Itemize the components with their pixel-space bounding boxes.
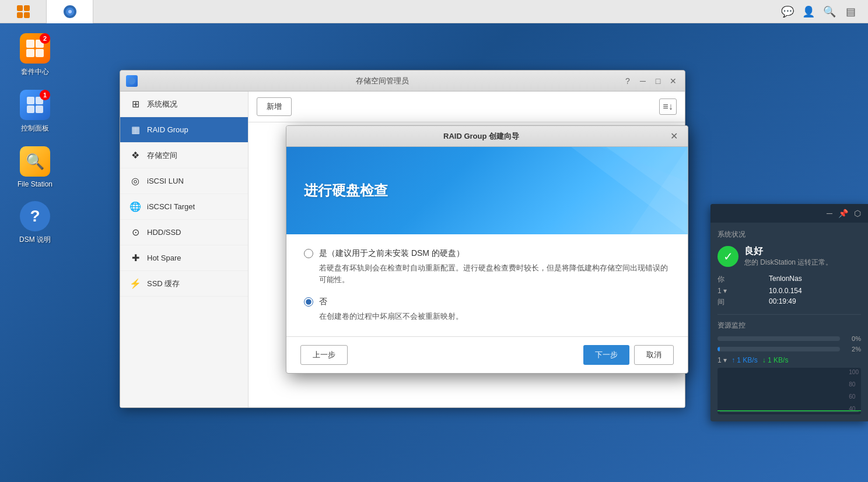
dsm-help-label: DSM 说明 xyxy=(19,235,51,245)
status-sub-text: 您的 DiskStation 运转正常。 xyxy=(744,258,832,268)
desktop-icon-control-panel[interactable]: 1 控制面板 xyxy=(12,89,58,133)
user-icon[interactable]: 👤 xyxy=(800,3,817,20)
taskbar-right-controls: 💬 👤 🔍 ▤ xyxy=(779,3,868,20)
wizard-titlebar: RAID Group 创建向导 ✕ xyxy=(286,126,688,147)
prev-button[interactable]: 上一步 xyxy=(300,345,348,365)
desktop: 💬 👤 🔍 ▤ 2 套件中心 xyxy=(0,0,868,482)
storage-toolbar: 新增 ≡↓ xyxy=(249,92,685,122)
storage-manager-title: 存储空间管理员 xyxy=(142,76,622,86)
sidebar-hdd-label: HDD/SSD xyxy=(147,228,181,237)
radio-no[interactable] xyxy=(304,297,313,307)
sidebar-ssd-cache-label: SSD 缓存 xyxy=(147,279,180,289)
sidebar-item-ssd-cache[interactable]: ⚡ SSD 缓存 xyxy=(120,271,248,297)
status-pin-btn[interactable]: 📌 xyxy=(838,209,848,218)
desktop-icon-file-station[interactable]: 🔍 File Station xyxy=(12,145,58,188)
sidebar-item-overview[interactable]: ⊞ 系统概况 xyxy=(120,92,248,117)
cpu-bar-track xyxy=(718,336,840,341)
message-icon[interactable]: 💬 xyxy=(779,3,796,20)
wizard-banner: 进行硬盘检查 xyxy=(286,147,688,234)
status-good-row: ✓ 良好 您的 DiskStation 运转正常。 xyxy=(718,245,861,268)
storage-sidebar: ⊞ 系统概况 ▦ RAID Group ❖ 存储空间 ◎ iSCSI LUN 🌐 xyxy=(120,92,249,407)
mem-pct: 2% xyxy=(845,346,861,353)
system-status-panel: ─ 📌 ⬡ 系统状况 ✓ 良好 您的 DiskStation 运转正常。 你 T… xyxy=(710,204,868,421)
menu-icon[interactable]: ▤ xyxy=(842,3,859,20)
dsm-help-icon: ? xyxy=(20,201,50,231)
desktop-icon-package-center[interactable]: 2 套件中心 xyxy=(12,32,58,77)
wizard-body: 是（建议用于之前未安装 DSM 的硬盘） 若硬盘有坏轨则会在检查时自动重新配置。… xyxy=(286,234,688,336)
sort-button[interactable]: ≡↓ xyxy=(659,98,677,115)
resource-section-title: 资源监控 xyxy=(718,321,861,330)
radio-yes-label[interactable]: 是（建议用于之前未安装 DSM 的硬盘） xyxy=(319,248,464,259)
new-button[interactable]: 新增 xyxy=(257,97,292,116)
package-center-taskbar-icon xyxy=(16,4,31,19)
info-value-2: 00:19:49 xyxy=(769,297,861,307)
mem-bar-track xyxy=(718,347,840,351)
svg-rect-9 xyxy=(26,49,34,57)
cancel-button[interactable]: 取消 xyxy=(634,345,674,365)
svg-rect-2 xyxy=(17,12,23,18)
sidebar-item-storage-pool[interactable]: ❖ 存储空间 xyxy=(120,143,248,168)
maximize-btn[interactable]: □ xyxy=(652,75,664,87)
search-icon[interactable]: 🔍 xyxy=(821,3,838,20)
taskbar-app-packages[interactable] xyxy=(0,0,47,23)
package-center-badge: 2 xyxy=(40,33,50,44)
status-body: 系统状况 ✓ 良好 您的 DiskStation 运转正常。 你 TenlonN… xyxy=(710,223,868,421)
storage-manager-taskbar-icon xyxy=(62,4,78,19)
package-center-label: 套件中心 xyxy=(21,67,49,77)
close-btn[interactable]: ✕ xyxy=(667,75,679,87)
status-expand-btn[interactable]: ⬡ xyxy=(854,209,861,218)
taskbar-app-storage[interactable] xyxy=(47,0,93,23)
wizard-footer-right: 下一步 取消 xyxy=(583,345,674,365)
file-station-icon: 🔍 xyxy=(20,146,50,177)
storage-manager-app-icon xyxy=(126,75,138,87)
sidebar-item-iscsi-lun[interactable]: ◎ iSCSI LUN xyxy=(120,168,248,194)
taskbar: 💬 👤 🔍 ▤ xyxy=(0,0,868,23)
sidebar-overview-label: 系统概况 xyxy=(147,99,177,110)
network-chart: 100 80 60 40 20 xyxy=(718,368,861,414)
desktop-icons: 2 套件中心 1 控制面板 xyxy=(12,32,58,245)
status-good-text: 良好 xyxy=(744,245,832,258)
help-btn[interactable]: ? xyxy=(622,75,634,87)
control-panel-badge: 1 xyxy=(40,90,50,100)
toolbar-right: ≡↓ xyxy=(659,98,677,115)
hdd-icon: ⊙ xyxy=(130,227,141,238)
sidebar-item-iscsi-target[interactable]: 🌐 iSCSCI Target xyxy=(120,194,248,220)
svg-rect-14 xyxy=(36,105,43,113)
info-label-0: 你 xyxy=(718,275,764,284)
svg-rect-10 xyxy=(36,49,44,57)
info-label-2: 间 xyxy=(718,297,764,307)
wizard-close-button[interactable]: ✕ xyxy=(668,131,680,142)
sidebar-item-hot-spare[interactable]: ✚ Hot Spare xyxy=(120,245,248,271)
network-label: 1 ▾ xyxy=(718,356,727,364)
radio-yes[interactable] xyxy=(304,249,313,258)
radio-no-label[interactable]: 否 xyxy=(319,297,327,307)
window-controls: ? ─ □ ✕ xyxy=(622,75,679,87)
status-minimize-btn[interactable]: ─ xyxy=(827,209,832,218)
option-yes: 是（建议用于之前未安装 DSM 的硬盘） 若硬盘有坏轨则会在检查时自动重新配置。… xyxy=(304,248,670,285)
mem-bar-fill xyxy=(718,347,720,351)
next-button[interactable]: 下一步 xyxy=(583,345,629,365)
sidebar-iscsi-target-label: iSCSCI Target xyxy=(147,202,195,211)
sidebar-item-hdd-ssd[interactable]: ⊙ HDD/SSD xyxy=(120,220,248,245)
radio-no-desc: 在创建卷的过程中坏扇区不会被重新映射。 xyxy=(319,311,670,322)
status-section-title: 系统状况 xyxy=(718,230,861,240)
info-value-0: TenlonNas xyxy=(769,275,861,284)
svg-rect-7 xyxy=(26,40,34,48)
mem-bar-row: 2% xyxy=(718,346,861,353)
status-panel-titlebar: ─ 📌 ⬡ xyxy=(710,204,868,223)
svg-rect-1 xyxy=(24,5,30,11)
minimize-btn[interactable]: ─ xyxy=(637,75,649,87)
storage-pool-icon: ❖ xyxy=(130,150,141,161)
raid-icon: ▦ xyxy=(130,124,141,135)
hot-spare-icon: ✚ xyxy=(130,252,141,263)
desktop-icon-dsm-help[interactable]: ? DSM 说明 xyxy=(12,200,58,245)
sidebar-item-raid-group[interactable]: ▦ RAID Group xyxy=(120,117,248,143)
cpu-pct: 0% xyxy=(845,335,861,342)
disk-check-options: 是（建议用于之前未安装 DSM 的硬盘） 若硬盘有坏轨则会在检查时自动重新配置。… xyxy=(304,248,670,322)
info-value-1: 10.0.0.154 xyxy=(769,287,861,295)
ssd-cache-icon: ⚡ xyxy=(130,278,141,289)
svg-rect-11 xyxy=(27,97,34,104)
file-station-label: File Station xyxy=(18,180,52,188)
sidebar-raid-label: RAID Group xyxy=(147,125,188,134)
status-info-grid: 你 TenlonNas 1 ▾ 10.0.0.154 间 00:19:49 xyxy=(718,275,861,307)
